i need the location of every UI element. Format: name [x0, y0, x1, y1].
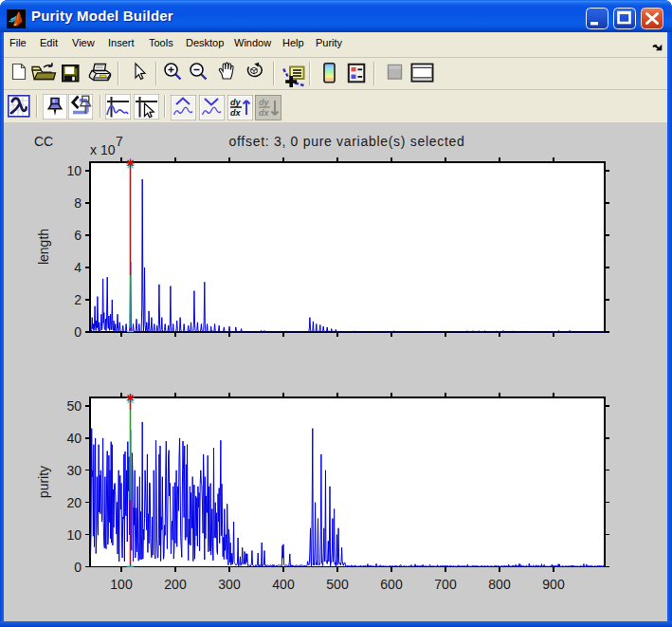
svg-text:7: 7 [116, 134, 123, 149]
svg-text:200: 200 [164, 577, 187, 592]
svg-text:x 10: x 10 [90, 142, 116, 157]
svg-text:10: 10 [66, 163, 82, 178]
svg-text:CC: CC [34, 134, 53, 149]
svg-text:30: 30 [66, 463, 82, 478]
svg-text:0: 0 [74, 560, 82, 575]
svg-text:dx: dx [259, 108, 269, 118]
svg-text:offset: 3, 0 pure variable(s): offset: 3, 0 pure variable(s) selected [229, 134, 465, 149]
svg-text:2: 2 [74, 292, 82, 307]
svg-text:purity: purity [36, 466, 51, 498]
svg-text:4: 4 [74, 260, 82, 275]
svg-text:400: 400 [272, 577, 295, 592]
svg-text:900: 900 [542, 577, 565, 592]
svg-text:500: 500 [326, 577, 349, 592]
svg-text:300: 300 [218, 577, 241, 592]
svg-text:0: 0 [74, 324, 82, 340]
svg-text:length: length [36, 229, 51, 265]
svg-text:dx: dx [230, 108, 241, 118]
svg-text:50: 50 [66, 398, 82, 414]
svg-text:100: 100 [110, 577, 133, 592]
svg-text:dy: dy [230, 98, 241, 107]
svg-text:dy: dy [259, 98, 269, 107]
svg-text:800: 800 [488, 577, 511, 592]
svg-text:20: 20 [66, 495, 82, 510]
svg-text:700: 700 [434, 577, 457, 592]
svg-text:600: 600 [380, 577, 403, 592]
svg-text:8: 8 [74, 195, 82, 211]
svg-text:40: 40 [66, 431, 82, 446]
svg-text:6: 6 [74, 228, 82, 243]
svg-text:10: 10 [66, 527, 82, 543]
